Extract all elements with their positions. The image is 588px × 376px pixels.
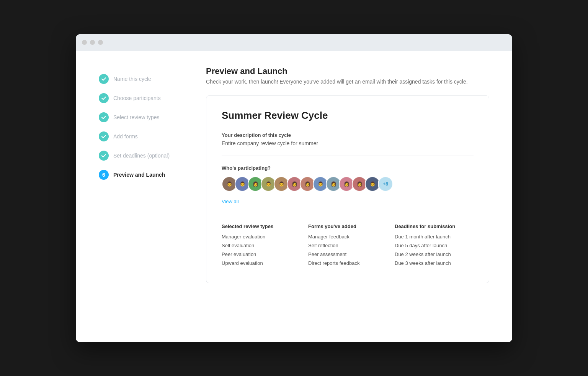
review-card: Summer Review Cycle Your description of … (206, 95, 489, 283)
step5-label: Set deadlines (optional) (113, 153, 170, 159)
step6-label: Preview and Launch (113, 172, 165, 178)
step-name-cycle[interactable]: Name this cycle (99, 74, 183, 84)
avatars-row: 👨 👨 👩 👨 👨 (222, 176, 474, 192)
col2-item2: Self reflection (308, 243, 387, 248)
step1-label: Name this cycle (113, 76, 151, 82)
cycle-name: Summer Review Cycle (222, 110, 474, 122)
step-choose-participants[interactable]: Choose participants (99, 93, 183, 103)
col3-item4: Due 3 weeks after launch (395, 260, 474, 266)
col2-item1: Manager feedback (308, 234, 387, 240)
three-columns: Selected review types Manager evaluation… (222, 223, 474, 269)
step-preview-launch[interactable]: 6 Preview and Launch (99, 170, 183, 180)
col2-item3: Peer assessment (308, 251, 387, 257)
step5-icon (99, 151, 109, 161)
step-add-forms[interactable]: Add forms (99, 131, 183, 141)
step1-icon (99, 74, 109, 84)
content-area: Name this cycle Choose participants Sele… (76, 51, 512, 342)
page-subtitle: Check your work, then launch! Everyone y… (206, 79, 489, 85)
participating-label: Who's participating? (222, 165, 474, 171)
view-all-link[interactable]: View all (222, 199, 239, 204)
step-set-deadlines[interactable]: Set deadlines (optional) (99, 151, 183, 161)
step2-label: Choose participants (113, 95, 161, 101)
steps-sidebar: Name this cycle Choose participants Sele… (99, 66, 183, 327)
description-section: Your description of this cycle Entire co… (222, 132, 474, 146)
page-title: Preview and Launch (206, 66, 489, 76)
description-value: Entire company review cycle for summer (222, 140, 474, 146)
col3-item1: Due 1 month after launch (395, 234, 474, 240)
step3-icon (99, 112, 109, 122)
col1-header: Selected review types (222, 223, 301, 229)
participating-section: Who's participating? 👨 👨 👩 👨 (222, 165, 474, 205)
col-deadlines: Deadlines for submission Due 1 month aft… (395, 223, 474, 269)
step4-icon (99, 131, 109, 141)
col-review-types: Selected review types Manager evaluation… (222, 223, 301, 269)
col3-header: Deadlines for submission (395, 223, 474, 229)
titlebar (76, 34, 512, 51)
col3-item2: Due 5 days after launch (395, 243, 474, 248)
step-select-review-types[interactable]: Select review types (99, 112, 183, 122)
col-forms: Forms you've added Manager feedback Self… (308, 223, 387, 269)
col3-item3: Due 2 weeks after launch (395, 251, 474, 257)
col2-item4: Direct reports feedback (308, 260, 387, 266)
col1-item2: Self evaluation (222, 243, 301, 248)
app-window: Name this cycle Choose participants Sele… (76, 34, 512, 342)
divider2 (222, 214, 474, 214)
divider1 (222, 156, 474, 156)
minimize-dot (90, 40, 95, 45)
step4-label: Add forms (113, 133, 138, 140)
step2-icon (99, 93, 109, 103)
maximize-dot (98, 40, 103, 45)
col1-item3: Peer evaluation (222, 251, 301, 257)
step3-label: Select review types (113, 114, 160, 120)
col1-item4: Upward evaluation (222, 260, 301, 266)
avatar-more: +8 (378, 176, 393, 192)
col2-header: Forms you've added (308, 223, 387, 229)
col1-item1: Manager evaluation (222, 234, 301, 240)
close-dot (82, 40, 87, 45)
description-label: Your description of this cycle (222, 132, 474, 138)
step6-icon: 6 (99, 170, 109, 180)
main-content: Preview and Launch Check your work, then… (206, 66, 489, 327)
